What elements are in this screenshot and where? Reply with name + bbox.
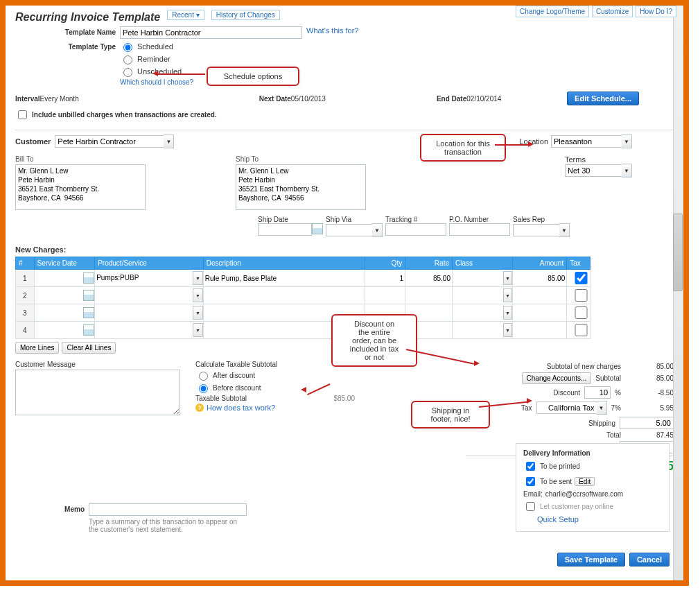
bill-to-textarea[interactable] <box>15 164 146 210</box>
type-scheduled-radio[interactable] <box>123 43 132 52</box>
location-dropdown-button[interactable]: ▼ <box>622 135 632 148</box>
type-unscheduled-radio[interactable] <box>123 68 132 77</box>
change-logo-button[interactable]: Change Logo/Theme <box>516 6 589 17</box>
product-dropdown[interactable]: ▼ <box>193 288 203 302</box>
amount-input[interactable] <box>513 272 566 284</box>
how-tax-link[interactable]: How does tax work? <box>207 404 275 412</box>
desc-input[interactable] <box>204 324 365 336</box>
ship-via-input[interactable] <box>326 224 372 236</box>
tracking-input[interactable] <box>385 223 446 236</box>
ship-to-textarea[interactable] <box>236 164 366 210</box>
how-do-i-button[interactable]: How Do I? <box>636 6 676 17</box>
class-input[interactable] <box>453 288 503 301</box>
terms-input[interactable] <box>565 164 622 177</box>
product-input[interactable] <box>95 323 193 336</box>
to-be-sent-checkbox[interactable] <box>526 477 535 486</box>
calendar-icon[interactable] <box>83 272 94 284</box>
customize-button[interactable]: Customize <box>592 6 633 17</box>
subtotal-value: 85.00 <box>625 374 674 382</box>
qty-input[interactable] <box>365 289 405 302</box>
customer-message-textarea[interactable] <box>15 370 180 415</box>
clear-lines-button[interactable]: Clear All Lines <box>62 342 116 354</box>
scrollbar-thumb[interactable] <box>673 214 683 291</box>
which-should-link[interactable]: Which should I choose? <box>120 78 193 86</box>
customer-input[interactable] <box>55 135 164 148</box>
table-row: 3▼▼ <box>16 304 590 322</box>
terms-dropdown-button[interactable]: ▼ <box>622 164 632 178</box>
qty-input[interactable] <box>365 272 405 284</box>
tax-checkbox[interactable] <box>570 306 593 319</box>
product-input[interactable] <box>95 306 193 318</box>
product-dropdown[interactable]: ▼ <box>193 323 203 337</box>
subtotal-new-value: 85.00 <box>625 363 674 370</box>
cancel-button[interactable]: Cancel <box>629 553 670 566</box>
shipping-input[interactable] <box>620 417 674 429</box>
tax-checkbox[interactable] <box>570 324 593 336</box>
product-input[interactable] <box>95 271 193 284</box>
class-input[interactable] <box>453 271 503 284</box>
class-input[interactable] <box>453 306 503 318</box>
sales-rep-dropdown[interactable]: ▼ <box>559 223 570 237</box>
col-tax: Tax <box>567 257 590 270</box>
include-unbilled-checkbox[interactable] <box>18 110 27 119</box>
tax-checkbox[interactable] <box>570 289 593 302</box>
calc-taxable-header: Calculate Taxable Subtotal <box>195 361 355 368</box>
memo-input[interactable] <box>89 503 247 516</box>
type-reminder-radio[interactable] <box>123 55 132 64</box>
template-name-input[interactable] <box>120 26 302 39</box>
taxable-subtotal-value: $85.00 <box>333 395 355 402</box>
desc-input[interactable] <box>204 289 365 302</box>
class-dropdown[interactable]: ▼ <box>503 323 513 337</box>
tax-checkbox[interactable] <box>570 272 593 284</box>
amount-input[interactable] <box>513 324 566 336</box>
po-input[interactable] <box>449 223 510 236</box>
product-dropdown[interactable]: ▼ <box>193 271 203 285</box>
desc-input[interactable] <box>204 272 365 284</box>
calendar-icon[interactable] <box>312 223 323 234</box>
amount-input[interactable] <box>513 306 566 319</box>
discount-pct-input[interactable] <box>584 386 611 399</box>
pay-online-checkbox[interactable] <box>526 502 535 511</box>
location-input[interactable] <box>551 135 622 148</box>
tax-name-input[interactable] <box>536 401 597 414</box>
class-dropdown[interactable]: ▼ <box>503 288 513 302</box>
memo-hint: Type a summary of this transaction to ap… <box>89 518 241 533</box>
product-dropdown[interactable]: ▼ <box>193 306 203 320</box>
rate-input[interactable] <box>405 324 452 336</box>
tracking-label: Tracking # <box>385 216 446 223</box>
to-be-printed-checkbox[interactable] <box>526 462 535 471</box>
calendar-icon[interactable] <box>83 290 94 301</box>
edit-schedule-button[interactable]: Edit Schedule... <box>567 92 639 105</box>
history-button[interactable]: History of Changes <box>211 10 280 20</box>
change-accounts-button[interactable]: Change Accounts... <box>522 372 592 384</box>
class-dropdown[interactable]: ▼ <box>503 306 513 320</box>
product-input[interactable] <box>95 288 193 301</box>
ship-date-label: Ship Date <box>258 216 323 223</box>
before-discount-radio[interactable] <box>199 384 208 393</box>
qty-input[interactable] <box>365 306 405 319</box>
save-template-button[interactable]: Save Template <box>557 553 625 566</box>
rate-input[interactable] <box>405 306 452 319</box>
qty-input[interactable] <box>365 324 405 336</box>
after-discount-radio[interactable] <box>199 372 208 381</box>
whats-this-link[interactable]: What's this for? <box>306 26 358 35</box>
ship-date-input[interactable] <box>258 223 312 236</box>
calendar-icon[interactable] <box>83 307 94 318</box>
desc-input[interactable] <box>204 306 365 319</box>
tax-dropdown[interactable]: ▼ <box>597 401 607 415</box>
recent-button[interactable]: Recent ▾ <box>167 10 204 20</box>
amount-input[interactable] <box>513 289 566 302</box>
quick-setup-link[interactable]: Quick Setup <box>537 515 579 524</box>
taxable-subtotal-label: Taxable Subtotal <box>195 395 247 402</box>
class-dropdown[interactable]: ▼ <box>503 271 513 285</box>
more-lines-button[interactable]: More Lines <box>15 342 59 354</box>
sales-rep-input[interactable] <box>513 224 559 236</box>
customer-dropdown-button[interactable]: ▼ <box>164 135 174 148</box>
class-input[interactable] <box>453 323 503 336</box>
rate-input[interactable] <box>405 272 452 284</box>
calendar-icon[interactable] <box>83 325 94 336</box>
edit-delivery-button[interactable]: Edit <box>575 477 595 486</box>
rate-input[interactable] <box>405 289 452 302</box>
col-product: Product/Service <box>95 257 204 270</box>
ship-via-dropdown[interactable]: ▼ <box>372 223 383 237</box>
